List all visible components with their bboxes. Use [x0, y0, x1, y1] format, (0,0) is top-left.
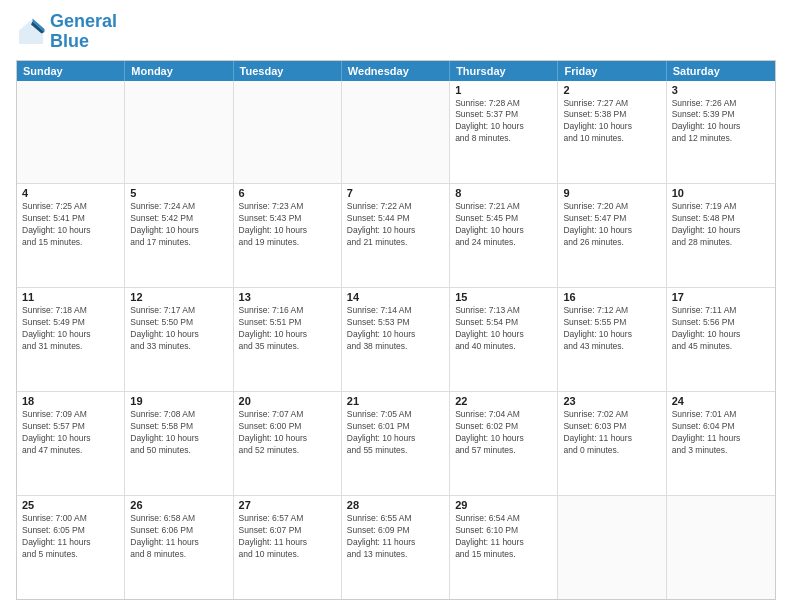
empty-cell-0-0 — [17, 81, 125, 184]
day-info: Sunrise: 7:14 AM Sunset: 5:53 PM Dayligh… — [347, 305, 444, 353]
day-cell-27: 27Sunrise: 6:57 AM Sunset: 6:07 PM Dayli… — [234, 496, 342, 599]
day-cell-3: 3Sunrise: 7:26 AM Sunset: 5:39 PM Daylig… — [667, 81, 775, 184]
header-day-friday: Friday — [558, 61, 666, 81]
calendar-header: SundayMondayTuesdayWednesdayThursdayFrid… — [17, 61, 775, 81]
calendar-row-4: 25Sunrise: 7:00 AM Sunset: 6:05 PM Dayli… — [17, 496, 775, 599]
day-number: 10 — [672, 187, 770, 199]
day-number: 18 — [22, 395, 119, 407]
day-cell-6: 6Sunrise: 7:23 AM Sunset: 5:43 PM Daylig… — [234, 184, 342, 287]
day-cell-11: 11Sunrise: 7:18 AM Sunset: 5:49 PM Dayli… — [17, 288, 125, 391]
day-info: Sunrise: 7:20 AM Sunset: 5:47 PM Dayligh… — [563, 201, 660, 249]
day-number: 13 — [239, 291, 336, 303]
day-info: Sunrise: 7:26 AM Sunset: 5:39 PM Dayligh… — [672, 98, 770, 146]
day-cell-28: 28Sunrise: 6:55 AM Sunset: 6:09 PM Dayli… — [342, 496, 450, 599]
header-day-wednesday: Wednesday — [342, 61, 450, 81]
day-number: 28 — [347, 499, 444, 511]
day-cell-14: 14Sunrise: 7:14 AM Sunset: 5:53 PM Dayli… — [342, 288, 450, 391]
day-info: Sunrise: 6:58 AM Sunset: 6:06 PM Dayligh… — [130, 513, 227, 561]
day-number: 19 — [130, 395, 227, 407]
day-number: 26 — [130, 499, 227, 511]
calendar-row-0: 1Sunrise: 7:28 AM Sunset: 5:37 PM Daylig… — [17, 81, 775, 185]
day-number: 16 — [563, 291, 660, 303]
logo-icon — [16, 17, 46, 47]
header-day-tuesday: Tuesday — [234, 61, 342, 81]
header-day-thursday: Thursday — [450, 61, 558, 81]
day-info: Sunrise: 7:08 AM Sunset: 5:58 PM Dayligh… — [130, 409, 227, 457]
logo-text: General Blue — [50, 12, 117, 52]
day-info: Sunrise: 7:11 AM Sunset: 5:56 PM Dayligh… — [672, 305, 770, 353]
empty-cell-4-6 — [667, 496, 775, 599]
calendar-row-2: 11Sunrise: 7:18 AM Sunset: 5:49 PM Dayli… — [17, 288, 775, 392]
day-cell-9: 9Sunrise: 7:20 AM Sunset: 5:47 PM Daylig… — [558, 184, 666, 287]
empty-cell-0-2 — [234, 81, 342, 184]
day-info: Sunrise: 7:16 AM Sunset: 5:51 PM Dayligh… — [239, 305, 336, 353]
day-cell-29: 29Sunrise: 6:54 AM Sunset: 6:10 PM Dayli… — [450, 496, 558, 599]
day-cell-10: 10Sunrise: 7:19 AM Sunset: 5:48 PM Dayli… — [667, 184, 775, 287]
day-info: Sunrise: 7:28 AM Sunset: 5:37 PM Dayligh… — [455, 98, 552, 146]
day-number: 1 — [455, 84, 552, 96]
day-info: Sunrise: 7:21 AM Sunset: 5:45 PM Dayligh… — [455, 201, 552, 249]
day-cell-15: 15Sunrise: 7:13 AM Sunset: 5:54 PM Dayli… — [450, 288, 558, 391]
day-cell-21: 21Sunrise: 7:05 AM Sunset: 6:01 PM Dayli… — [342, 392, 450, 495]
svg-marker-0 — [19, 20, 43, 44]
day-number: 2 — [563, 84, 660, 96]
day-info: Sunrise: 7:24 AM Sunset: 5:42 PM Dayligh… — [130, 201, 227, 249]
calendar-body: 1Sunrise: 7:28 AM Sunset: 5:37 PM Daylig… — [17, 81, 775, 599]
day-number: 25 — [22, 499, 119, 511]
day-info: Sunrise: 6:54 AM Sunset: 6:10 PM Dayligh… — [455, 513, 552, 561]
day-info: Sunrise: 7:22 AM Sunset: 5:44 PM Dayligh… — [347, 201, 444, 249]
day-cell-23: 23Sunrise: 7:02 AM Sunset: 6:03 PM Dayli… — [558, 392, 666, 495]
day-info: Sunrise: 7:07 AM Sunset: 6:00 PM Dayligh… — [239, 409, 336, 457]
day-number: 20 — [239, 395, 336, 407]
day-info: Sunrise: 7:01 AM Sunset: 6:04 PM Dayligh… — [672, 409, 770, 457]
day-info: Sunrise: 7:19 AM Sunset: 5:48 PM Dayligh… — [672, 201, 770, 249]
header-day-monday: Monday — [125, 61, 233, 81]
calendar-row-1: 4Sunrise: 7:25 AM Sunset: 5:41 PM Daylig… — [17, 184, 775, 288]
day-cell-22: 22Sunrise: 7:04 AM Sunset: 6:02 PM Dayli… — [450, 392, 558, 495]
day-cell-1: 1Sunrise: 7:28 AM Sunset: 5:37 PM Daylig… — [450, 81, 558, 184]
day-cell-20: 20Sunrise: 7:07 AM Sunset: 6:00 PM Dayli… — [234, 392, 342, 495]
day-cell-17: 17Sunrise: 7:11 AM Sunset: 5:56 PM Dayli… — [667, 288, 775, 391]
day-info: Sunrise: 7:18 AM Sunset: 5:49 PM Dayligh… — [22, 305, 119, 353]
day-number: 22 — [455, 395, 552, 407]
day-cell-12: 12Sunrise: 7:17 AM Sunset: 5:50 PM Dayli… — [125, 288, 233, 391]
day-cell-19: 19Sunrise: 7:08 AM Sunset: 5:58 PM Dayli… — [125, 392, 233, 495]
empty-cell-4-5 — [558, 496, 666, 599]
day-info: Sunrise: 7:13 AM Sunset: 5:54 PM Dayligh… — [455, 305, 552, 353]
day-info: Sunrise: 6:55 AM Sunset: 6:09 PM Dayligh… — [347, 513, 444, 561]
day-number: 4 — [22, 187, 119, 199]
day-cell-25: 25Sunrise: 7:00 AM Sunset: 6:05 PM Dayli… — [17, 496, 125, 599]
day-number: 3 — [672, 84, 770, 96]
day-number: 9 — [563, 187, 660, 199]
header-day-sunday: Sunday — [17, 61, 125, 81]
calendar: SundayMondayTuesdayWednesdayThursdayFrid… — [16, 60, 776, 600]
day-info: Sunrise: 7:25 AM Sunset: 5:41 PM Dayligh… — [22, 201, 119, 249]
day-cell-2: 2Sunrise: 7:27 AM Sunset: 5:38 PM Daylig… — [558, 81, 666, 184]
empty-cell-0-3 — [342, 81, 450, 184]
day-cell-26: 26Sunrise: 6:58 AM Sunset: 6:06 PM Dayli… — [125, 496, 233, 599]
day-number: 29 — [455, 499, 552, 511]
day-cell-5: 5Sunrise: 7:24 AM Sunset: 5:42 PM Daylig… — [125, 184, 233, 287]
day-number: 8 — [455, 187, 552, 199]
day-number: 24 — [672, 395, 770, 407]
header: General Blue — [16, 12, 776, 52]
day-info: Sunrise: 7:27 AM Sunset: 5:38 PM Dayligh… — [563, 98, 660, 146]
day-number: 14 — [347, 291, 444, 303]
day-info: Sunrise: 7:17 AM Sunset: 5:50 PM Dayligh… — [130, 305, 227, 353]
day-number: 7 — [347, 187, 444, 199]
day-number: 11 — [22, 291, 119, 303]
day-number: 12 — [130, 291, 227, 303]
calendar-row-3: 18Sunrise: 7:09 AM Sunset: 5:57 PM Dayli… — [17, 392, 775, 496]
day-cell-16: 16Sunrise: 7:12 AM Sunset: 5:55 PM Dayli… — [558, 288, 666, 391]
day-number: 6 — [239, 187, 336, 199]
empty-cell-0-1 — [125, 81, 233, 184]
day-number: 27 — [239, 499, 336, 511]
day-cell-8: 8Sunrise: 7:21 AM Sunset: 5:45 PM Daylig… — [450, 184, 558, 287]
day-info: Sunrise: 7:05 AM Sunset: 6:01 PM Dayligh… — [347, 409, 444, 457]
day-info: Sunrise: 7:04 AM Sunset: 6:02 PM Dayligh… — [455, 409, 552, 457]
page: General Blue SundayMondayTuesdayWednesda… — [0, 0, 792, 612]
day-cell-13: 13Sunrise: 7:16 AM Sunset: 5:51 PM Dayli… — [234, 288, 342, 391]
day-cell-24: 24Sunrise: 7:01 AM Sunset: 6:04 PM Dayli… — [667, 392, 775, 495]
day-number: 5 — [130, 187, 227, 199]
day-number: 23 — [563, 395, 660, 407]
